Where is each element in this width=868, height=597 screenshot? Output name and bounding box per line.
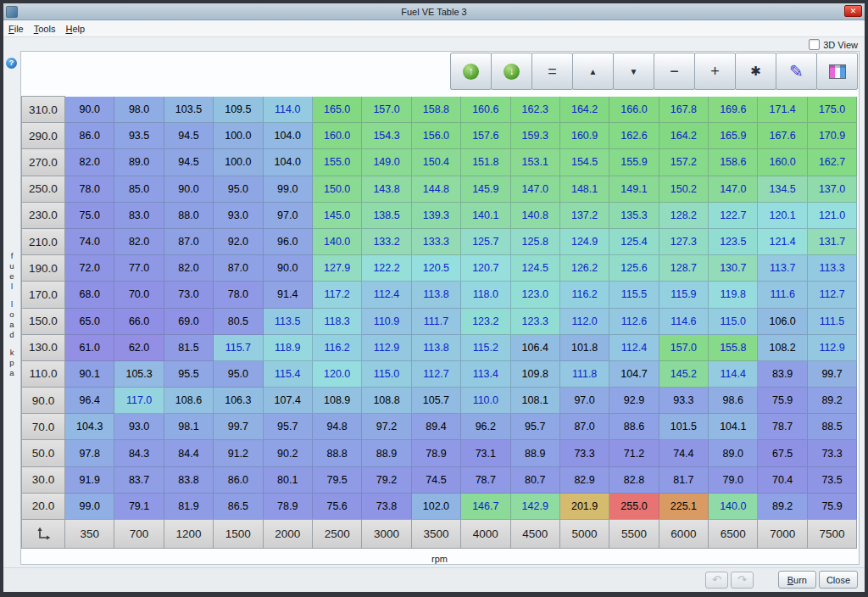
ve-cell[interactable]: 70.4: [758, 467, 807, 494]
ve-cell[interactable]: 160.9: [560, 123, 609, 149]
row-header[interactable]: 190.0: [21, 254, 65, 282]
ve-cell[interactable]: 155.0: [313, 149, 362, 176]
row-header[interactable]: 70.0: [21, 413, 65, 440]
ve-cell[interactable]: 165.9: [709, 123, 758, 149]
menu-tools[interactable]: Tools: [29, 22, 61, 36]
ve-cell[interactable]: 84.3: [114, 440, 164, 466]
row-header[interactable]: 90.0: [21, 387, 65, 414]
row-header[interactable]: 30.0: [21, 466, 65, 494]
ve-cell[interactable]: 99.7: [808, 361, 857, 388]
close-window-icon[interactable]: ✕: [844, 5, 862, 17]
ve-cell[interactable]: 112.4: [362, 282, 411, 308]
ve-cell[interactable]: 150.4: [412, 149, 461, 176]
ve-cell[interactable]: 162.6: [609, 123, 659, 149]
ve-cell[interactable]: 201.9: [560, 494, 609, 520]
ve-cell[interactable]: 98.1: [164, 414, 214, 440]
row-header[interactable]: 110.0: [21, 360, 65, 388]
ve-cell[interactable]: 167.6: [758, 123, 807, 149]
row-header[interactable]: 150.0: [21, 308, 65, 335]
ve-cell[interactable]: 88.5: [808, 414, 857, 440]
ve-cell[interactable]: 68.0: [65, 282, 114, 308]
ve-cell[interactable]: 151.8: [461, 149, 510, 176]
ve-cell[interactable]: 90.0: [264, 255, 313, 282]
ve-cell[interactable]: 82.0: [164, 255, 214, 282]
decrement-button[interactable]: ▼: [613, 53, 654, 90]
ve-cell[interactable]: 82.9: [560, 467, 609, 494]
ve-cell[interactable]: 97.0: [560, 388, 609, 414]
add-button[interactable]: +: [694, 53, 736, 90]
ve-cell[interactable]: 99.0: [264, 176, 313, 203]
ve-cell[interactable]: 106.3: [214, 388, 263, 414]
ve-cell[interactable]: 71.2: [609, 440, 659, 466]
ve-cell[interactable]: 107.4: [264, 388, 313, 414]
subtract-button[interactable]: −: [654, 53, 695, 90]
ve-cell[interactable]: 88.8: [313, 440, 362, 466]
ve-cell[interactable]: 98.6: [709, 388, 758, 414]
ve-cell[interactable]: 120.0: [313, 361, 362, 388]
ve-cell[interactable]: 91.4: [264, 282, 313, 308]
ve-cell[interactable]: 94.8: [313, 414, 362, 440]
ve-cell[interactable]: 90.0: [65, 97, 114, 123]
edit-button[interactable]: ✎: [776, 53, 817, 90]
ve-cell[interactable]: 89.2: [808, 388, 857, 414]
ve-cell[interactable]: 125.6: [609, 255, 659, 282]
ve-cell[interactable]: 90.1: [65, 361, 114, 388]
ve-cell[interactable]: 112.6: [609, 309, 659, 335]
ve-cell[interactable]: 79.0: [709, 467, 758, 494]
ve-cell[interactable]: 142.9: [511, 494, 560, 520]
ve-cell[interactable]: 117.2: [313, 282, 362, 308]
column-header[interactable]: 3000: [361, 519, 411, 549]
ve-cell[interactable]: 89.0: [709, 440, 758, 466]
ve-cell[interactable]: 167.8: [659, 97, 709, 123]
ve-cell[interactable]: 113.3: [808, 255, 857, 282]
ve-cell[interactable]: 104.1: [709, 414, 758, 440]
ve-cell[interactable]: 133.2: [362, 229, 411, 255]
close-button[interactable]: Close: [819, 571, 858, 589]
ve-cell[interactable]: 120.5: [412, 255, 461, 282]
ve-cell[interactable]: 140.1: [461, 203, 510, 229]
ve-cell[interactable]: 149.0: [362, 149, 411, 176]
view-3d-toggle[interactable]: 3D View: [809, 39, 858, 50]
ve-cell[interactable]: 93.0: [214, 203, 263, 229]
ve-cell[interactable]: 66.0: [114, 309, 164, 335]
ve-cell[interactable]: 85.0: [114, 176, 164, 203]
ve-cell[interactable]: 160.6: [461, 97, 510, 123]
ve-cell[interactable]: 96.4: [65, 388, 114, 414]
ve-cell[interactable]: 113.7: [758, 255, 807, 282]
ve-cell[interactable]: 89.2: [758, 494, 807, 520]
ve-cell[interactable]: 69.0: [164, 309, 214, 335]
ve-cell[interactable]: 88.0: [164, 203, 214, 229]
ve-cell[interactable]: 97.0: [264, 203, 313, 229]
ve-cell[interactable]: 93.5: [114, 123, 164, 149]
help-icon[interactable]: ?: [6, 58, 17, 69]
ve-cell[interactable]: 150.0: [313, 176, 362, 203]
ve-cell[interactable]: 112.4: [609, 335, 659, 361]
ve-cell[interactable]: 62.0: [114, 335, 164, 361]
ve-cell[interactable]: 113.8: [412, 335, 461, 361]
ve-cell[interactable]: 150.2: [659, 176, 709, 203]
ve-cell[interactable]: 87.0: [214, 255, 263, 282]
ve-cell[interactable]: 114.0: [264, 97, 313, 123]
ve-cell[interactable]: 120.1: [758, 203, 807, 229]
ve-cell[interactable]: 153.1: [511, 149, 560, 176]
row-header[interactable]: 210.0: [21, 228, 65, 255]
ve-cell[interactable]: 90.2: [264, 440, 313, 466]
ve-cell[interactable]: 123.0: [511, 282, 560, 308]
ve-cell[interactable]: 104.3: [65, 414, 114, 440]
ve-cell[interactable]: 105.7: [412, 388, 461, 414]
ve-cell[interactable]: 158.6: [709, 149, 758, 176]
ve-cell[interactable]: 101.5: [659, 414, 709, 440]
ve-cell[interactable]: 111.8: [560, 361, 609, 388]
ve-cell[interactable]: 80.5: [214, 309, 263, 335]
ve-cell[interactable]: 88.9: [362, 440, 411, 466]
ve-cell[interactable]: 86.5: [214, 494, 263, 520]
ve-cell[interactable]: 110.9: [362, 309, 411, 335]
view-3d-checkbox[interactable]: [809, 39, 820, 50]
ve-cell[interactable]: 92.0: [214, 229, 263, 255]
ve-cell[interactable]: 75.9: [808, 494, 857, 520]
ve-cell[interactable]: 83.8: [164, 467, 214, 494]
column-header[interactable]: 7500: [807, 519, 857, 549]
ve-cell[interactable]: 124.9: [560, 229, 609, 255]
ve-cell[interactable]: 123.3: [511, 309, 560, 335]
ve-cell[interactable]: 101.8: [560, 335, 609, 361]
